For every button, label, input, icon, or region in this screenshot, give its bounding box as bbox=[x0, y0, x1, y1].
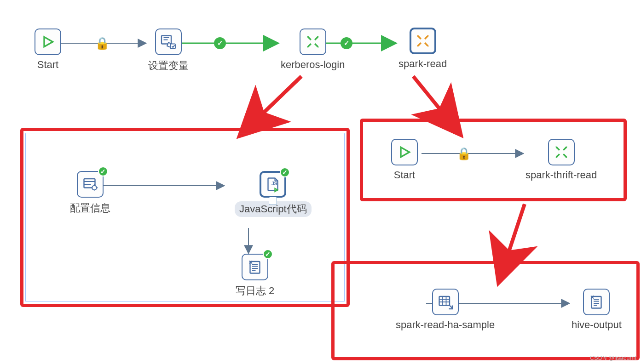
log-icon bbox=[247, 259, 263, 275]
node-label: hive-output bbox=[572, 319, 622, 331]
node-write-log[interactable]: 写日志 2 bbox=[236, 254, 274, 298]
node-hive-output[interactable]: hive-output bbox=[572, 289, 622, 331]
diagram-canvas: 🔒 ✓ ✓ 🔒 Start 设置变量 kerberos-login bbox=[0, 0, 641, 364]
node-label: 配置信息 bbox=[70, 201, 110, 215]
watermark: CSDN @lisacumt bbox=[590, 354, 636, 361]
play-icon bbox=[397, 145, 412, 159]
node-javascript[interactable]: JS JavaScript代码 bbox=[235, 171, 312, 217]
node-label: spark-read bbox=[398, 58, 447, 70]
node-label: 写日志 2 bbox=[236, 284, 274, 298]
merge-out-icon bbox=[415, 33, 431, 49]
node-spark-read[interactable]: spark-read bbox=[398, 28, 447, 70]
table-out-icon bbox=[437, 294, 454, 310]
node-spark-read-ha-sample[interactable]: spark-read-ha-sample bbox=[396, 289, 495, 331]
success-badge bbox=[98, 166, 108, 176]
config-icon bbox=[82, 176, 98, 193]
svg-line-10 bbox=[508, 204, 525, 253]
node-start-2[interactable]: Start bbox=[391, 139, 418, 181]
node-set-variable[interactable]: 设置变量 bbox=[148, 28, 189, 73]
svg-line-8 bbox=[262, 76, 301, 114]
node-spark-thrift-read[interactable]: spark-thrift-read bbox=[526, 139, 597, 181]
node-start[interactable]: Start bbox=[35, 28, 61, 71]
node-label: Start bbox=[37, 59, 58, 71]
node-label: spark-thrift-read bbox=[526, 169, 597, 181]
merge-in-icon bbox=[554, 144, 569, 160]
svg-point-4 bbox=[214, 37, 226, 49]
svg-text:🔒: 🔒 bbox=[95, 36, 110, 51]
node-label: Start bbox=[394, 169, 415, 181]
node-label: kerberos-login bbox=[281, 59, 345, 71]
script-icon: JS bbox=[265, 176, 281, 193]
log-icon bbox=[588, 294, 605, 310]
success-badge bbox=[263, 249, 273, 259]
formula-check-icon bbox=[160, 34, 177, 50]
svg-point-19 bbox=[92, 186, 97, 190]
output-port[interactable] bbox=[269, 197, 277, 205]
svg-line-9 bbox=[413, 76, 441, 110]
svg-text:✓: ✓ bbox=[217, 39, 223, 47]
node-label: spark-read-ha-sample bbox=[396, 319, 495, 331]
svg-rect-22 bbox=[439, 296, 450, 306]
success-badge bbox=[280, 167, 290, 177]
play-icon bbox=[40, 34, 55, 49]
node-label: 设置变量 bbox=[148, 59, 189, 73]
node-kerberos-login[interactable]: kerberos-login bbox=[281, 28, 345, 71]
merge-in-icon bbox=[305, 34, 321, 50]
svg-text:JS: JS bbox=[271, 181, 277, 186]
selection-box bbox=[25, 133, 345, 302]
node-config-info[interactable]: 配置信息 bbox=[70, 171, 110, 215]
